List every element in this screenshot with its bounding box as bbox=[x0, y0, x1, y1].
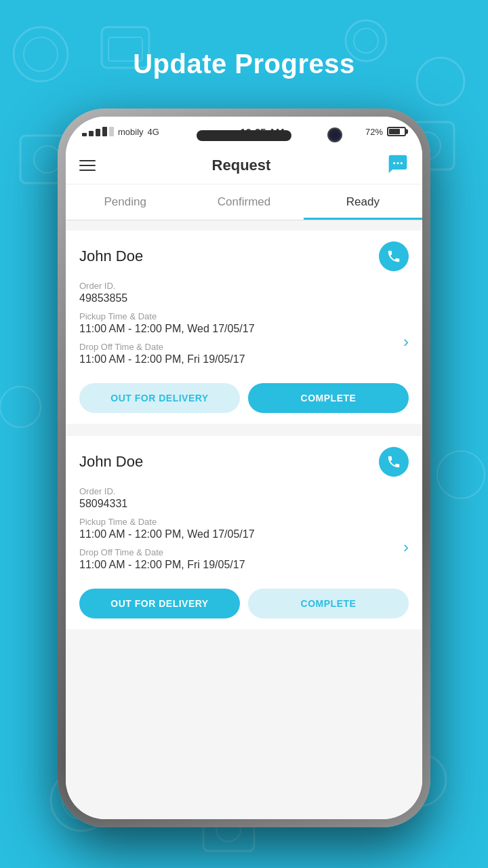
tab-ready[interactable]: Ready bbox=[304, 184, 422, 220]
hamburger-line-3 bbox=[79, 170, 96, 171]
order-dates-2: Pickup Time & Date 11:00 AM - 12:00 PM, … bbox=[79, 517, 255, 578]
chat-button[interactable] bbox=[387, 153, 409, 178]
order-header-2: John Doe bbox=[79, 447, 409, 477]
order-id-label-1: Order ID. bbox=[79, 281, 409, 291]
tab-pending[interactable]: Pending bbox=[66, 184, 184, 220]
signal-strength bbox=[82, 127, 114, 136]
pickup-value-1: 11:00 AM - 12:00 PM, Wed 17/05/17 bbox=[79, 323, 255, 335]
status-right: 72% bbox=[365, 127, 406, 137]
phone-outer-shell: mobily 4G 10:25 AM 72% Reques bbox=[58, 108, 430, 827]
network-type: 4G bbox=[148, 127, 159, 137]
phone-icon-2 bbox=[386, 454, 401, 469]
complete-button-2[interactable]: COMPLETE bbox=[248, 589, 409, 618]
phone-camera bbox=[327, 127, 342, 142]
battery-fill bbox=[389, 129, 400, 134]
dropoff-label-2: Drop Off Time & Date bbox=[79, 547, 255, 557]
divider-1 bbox=[66, 427, 422, 433]
call-button-2[interactable] bbox=[379, 447, 409, 477]
battery-percent: 72% bbox=[365, 127, 383, 137]
svg-point-17 bbox=[437, 451, 485, 498]
dropoff-section-1: Drop Off Time & Date 11:00 AM - 12:00 PM… bbox=[79, 342, 255, 366]
call-button-1[interactable] bbox=[379, 241, 409, 271]
phone-screen: mobily 4G 10:25 AM 72% Reques bbox=[66, 117, 422, 819]
signal-bar-5 bbox=[109, 127, 114, 136]
hamburger-line-1 bbox=[79, 160, 96, 161]
order-actions-2: OUT FOR DELIVERY COMPLETE bbox=[79, 589, 409, 618]
order-card-1: John Doe Order ID. 49853855 bbox=[66, 231, 422, 424]
svg-point-8 bbox=[34, 146, 61, 173]
dropoff-section-2: Drop Off Time & Date 11:00 AM - 12:00 PM… bbox=[79, 547, 255, 571]
chat-icon bbox=[387, 153, 409, 175]
order-id-value-2: 58094331 bbox=[79, 498, 409, 510]
pickup-value-2: 11:00 AM - 12:00 PM, Wed 17/05/17 bbox=[79, 528, 255, 540]
chevron-right-1[interactable]: › bbox=[403, 332, 409, 351]
battery-icon bbox=[387, 127, 406, 136]
complete-button-1[interactable]: COMPLETE bbox=[248, 383, 409, 413]
pickup-section-2: Pickup Time & Date 11:00 AM - 12:00 PM, … bbox=[79, 517, 255, 540]
dropoff-value-2: 11:00 AM - 12:00 PM, Fri 19/05/17 bbox=[79, 559, 255, 571]
out-for-delivery-button-2[interactable]: OUT FOR DELIVERY bbox=[79, 589, 240, 618]
phone-icon-1 bbox=[386, 249, 401, 264]
page-title: Update Progress bbox=[0, 49, 488, 79]
phone-device: mobily 4G 10:25 AM 72% Reques bbox=[58, 108, 430, 827]
status-left: mobily 4G bbox=[82, 127, 159, 137]
svg-point-18 bbox=[393, 162, 395, 164]
tabs-container: Pending Confirmed Ready bbox=[66, 184, 422, 220]
order-id-section-1: Order ID. 49853855 bbox=[79, 281, 409, 304]
signal-bar-3 bbox=[96, 129, 100, 136]
svg-point-20 bbox=[401, 162, 403, 164]
customer-name-2: John Doe bbox=[79, 453, 143, 471]
order-id-value-1: 49853855 bbox=[79, 292, 409, 304]
signal-bar-4 bbox=[102, 127, 107, 136]
dropoff-value-1: 11:00 AM - 12:00 PM, Fri 19/05/17 bbox=[79, 353, 255, 366]
order-id-section-2: Order ID. 58094331 bbox=[79, 486, 409, 510]
order-dates-1: Pickup Time & Date 11:00 AM - 12:00 PM, … bbox=[79, 311, 255, 372]
app-header: Request bbox=[66, 146, 422, 184]
order-details-1: Pickup Time & Date 11:00 AM - 12:00 PM, … bbox=[79, 311, 409, 372]
order-details-2: Pickup Time & Date 11:00 AM - 12:00 PM, … bbox=[79, 517, 409, 578]
signal-bar-2 bbox=[89, 131, 94, 136]
hamburger-line-2 bbox=[79, 165, 96, 166]
order-header-1: John Doe bbox=[79, 241, 409, 271]
menu-button[interactable] bbox=[79, 160, 96, 171]
pickup-label-1: Pickup Time & Date bbox=[79, 311, 255, 321]
header-title: Request bbox=[212, 157, 271, 174]
carrier-name: mobily bbox=[118, 127, 144, 137]
svg-point-19 bbox=[396, 162, 399, 164]
dropoff-label-1: Drop Off Time & Date bbox=[79, 342, 255, 352]
pickup-section-1: Pickup Time & Date 11:00 AM - 12:00 PM, … bbox=[79, 311, 255, 335]
chevron-right-2[interactable]: › bbox=[403, 538, 409, 557]
signal-bar-1 bbox=[82, 133, 87, 136]
orders-list: John Doe Order ID. 49853855 bbox=[66, 220, 422, 819]
svg-point-16 bbox=[0, 387, 41, 427]
order-card-2: John Doe Order ID. 58094331 bbox=[66, 436, 422, 629]
customer-name-1: John Doe bbox=[79, 248, 143, 265]
tab-confirmed[interactable]: Confirmed bbox=[184, 184, 303, 220]
phone-speaker bbox=[197, 130, 291, 141]
out-for-delivery-button-1[interactable]: OUT FOR DELIVERY bbox=[79, 383, 240, 413]
pickup-label-2: Pickup Time & Date bbox=[79, 517, 255, 527]
order-actions-1: OUT FOR DELIVERY COMPLETE bbox=[79, 383, 409, 413]
order-id-label-2: Order ID. bbox=[79, 486, 409, 496]
